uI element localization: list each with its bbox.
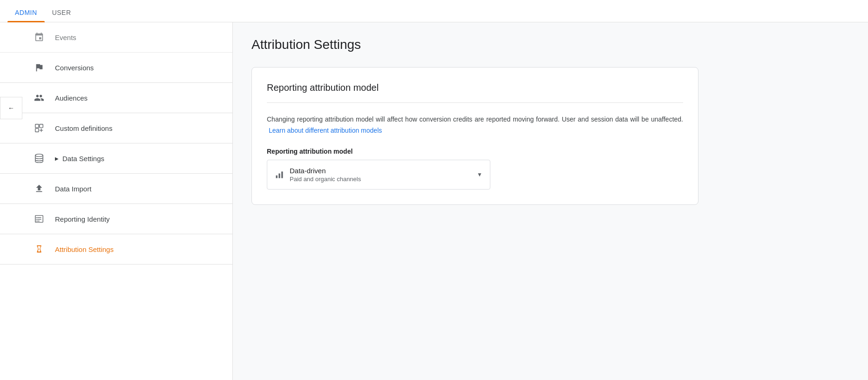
expand-arrow-data-settings: ▶	[55, 156, 59, 161]
main-layout: ← Events Conversions	[0, 22, 868, 380]
svg-rect-13	[281, 171, 283, 178]
sidebar-item-reporting-identity-label: Reporting Identity	[55, 215, 110, 223]
content-area: Attribution Settings Reporting attributi…	[233, 22, 868, 380]
dropdown-content: Data-driven Paid and organic channels	[290, 167, 361, 183]
svg-rect-12	[278, 173, 280, 178]
dropdown-title: Data-driven	[290, 167, 361, 175]
sidebar-item-reporting-identity[interactable]: Reporting Identity	[0, 204, 232, 234]
reporting-identity-icon	[33, 212, 46, 225]
custom-definitions-icon	[33, 122, 46, 135]
sidebar-item-data-import-label: Data Import	[55, 185, 91, 193]
sidebar-item-data-settings-label: Data Settings	[62, 155, 104, 163]
model-dropdown[interactable]: Data-driven Paid and organic channels ▼	[267, 160, 490, 190]
card-body: Changing reporting attribution model wil…	[267, 103, 683, 190]
chevron-down-icon: ▼	[477, 171, 482, 178]
page-title: Attribution Settings	[251, 37, 849, 52]
svg-rect-1	[40, 124, 43, 128]
card-section-title: Reporting attribution model	[267, 82, 683, 103]
svg-point-8	[36, 219, 37, 220]
sidebar-item-custom-definitions-label: Custom definitions	[55, 124, 112, 132]
tab-admin[interactable]: ADMIN	[7, 3, 45, 22]
back-button[interactable]: ←	[0, 97, 22, 119]
svg-rect-2	[35, 129, 39, 132]
dropdown-subtitle: Paid and organic channels	[290, 176, 361, 183]
conversions-icon	[33, 61, 46, 74]
sidebar: ← Events Conversions	[0, 22, 233, 380]
sidebar-item-attribution-settings-label: Attribution Settings	[55, 245, 114, 253]
sidebar-item-conversions-label: Conversions	[55, 64, 94, 72]
tab-user[interactable]: USER	[45, 3, 79, 22]
sidebar-item-audiences[interactable]: Audiences	[0, 83, 232, 113]
sidebar-item-data-settings[interactable]: ▶ Data Settings	[0, 143, 232, 174]
sidebar-item-attribution-settings[interactable]: Attribution Settings	[0, 234, 232, 265]
sidebar-item-events-label: Events	[55, 34, 76, 41]
audiences-icon	[33, 91, 46, 104]
svg-point-3	[35, 154, 43, 157]
sidebar-item-audiences-label: Audiences	[55, 94, 88, 102]
attribution-settings-icon	[33, 243, 46, 256]
svg-point-7	[36, 217, 37, 218]
learn-more-link[interactable]: Learn about different attribution models	[269, 127, 382, 134]
sidebar-item-custom-definitions[interactable]: Custom definitions	[0, 113, 232, 143]
svg-point-9	[36, 221, 37, 222]
dropdown-left: Data-driven Paid and organic channels	[275, 167, 361, 183]
back-icon: ←	[8, 104, 14, 112]
data-import-icon	[33, 182, 46, 195]
description-text: Changing reporting attribution model wil…	[267, 114, 683, 136]
sidebar-item-data-import[interactable]: Data Import	[0, 174, 232, 204]
sidebar-item-conversions[interactable]: Conversions	[0, 53, 232, 83]
tab-bar: ADMIN USER	[0, 0, 868, 22]
bar-chart-icon	[275, 170, 284, 179]
svg-rect-11	[276, 175, 278, 178]
field-label: Reporting attribution model	[267, 148, 683, 155]
events-icon	[33, 31, 46, 44]
data-settings-icon	[33, 152, 46, 165]
sidebar-item-events[interactable]: Events	[0, 22, 232, 53]
svg-rect-0	[35, 124, 39, 128]
attribution-settings-card: Reporting attribution model Changing rep…	[251, 67, 698, 205]
